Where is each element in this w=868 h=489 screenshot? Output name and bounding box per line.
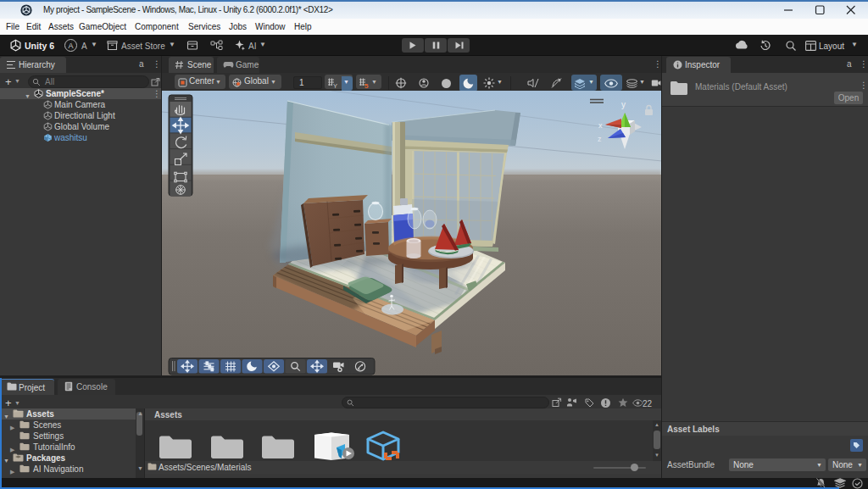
svg-text:z: z xyxy=(598,135,602,143)
svg-text:x: x xyxy=(598,121,603,130)
svg-text:y: y xyxy=(621,100,626,109)
svg-text:5: 5 xyxy=(364,82,369,89)
svg-text:Y: Y xyxy=(333,82,337,89)
